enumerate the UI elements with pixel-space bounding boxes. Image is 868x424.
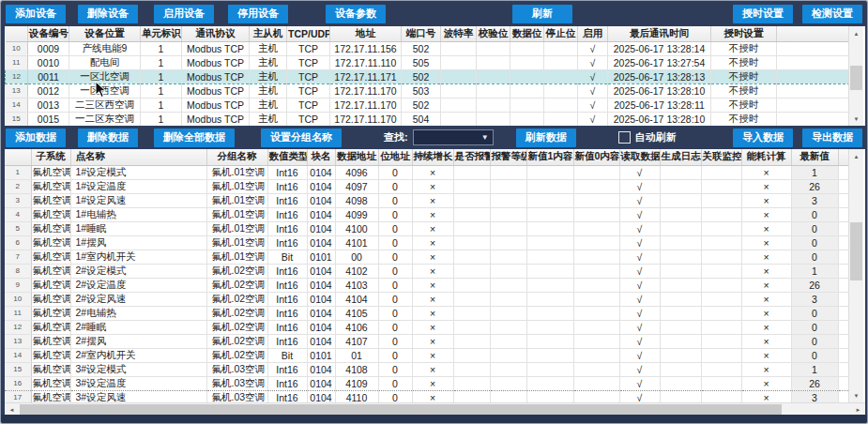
row-number[interactable]: 8 [5,264,31,278]
row-number[interactable]: 14 [5,348,31,362]
export-data-button[interactable]: 导出数据 [802,129,862,147]
col-device-location[interactable]: 设备位置 [69,26,141,41]
point-row[interactable]: 8 氟机空调 2#设定模式 氟机.02空调 Int16 0104 4102 0 … [5,264,851,278]
row-number[interactable]: 9 [5,278,31,292]
row-number[interactable]: 1 [5,165,31,179]
point-row[interactable]: 9 氟机空调 2#设定温度 氟机.02空调 Int16 0104 4103 0 … [5,278,851,292]
point-row[interactable]: 12 氟机空调 2#睡眠 氟机.02空调 Int16 0104 4106 0 × [5,320,851,334]
point-table-vscroll[interactable]: ▲ ▼ [848,149,863,402]
point-row[interactable]: 4 氟机空调 1#电辅热 氟机.01空调 Int16 0104 4099 0 × [5,207,851,221]
col-gen-log[interactable]: 生成日志 [660,149,701,165]
col-last-comm-time[interactable]: 最后通讯时间 [608,26,711,41]
col-data-bits[interactable]: 数据位 [510,26,544,41]
col-enabled[interactable]: 启用 [578,26,608,41]
col-group-name[interactable]: 分组名称 [206,149,267,165]
device-row[interactable]: 12 0011 一区北空调 1 Modbus TCP 主机 TCP 172.17… [6,69,851,83]
delete-all-data-button[interactable]: 删除全部数据 [154,129,235,147]
col-new-value0[interactable]: 新值0内容 [573,149,619,165]
delete-device-button[interactable]: 删除设备 [78,5,138,23]
row-number[interactable]: 11 [6,55,28,69]
row-number[interactable]: 14 [6,98,28,112]
row-number[interactable]: 10 [5,292,31,306]
row-number[interactable]: 6 [5,235,31,250]
device-row[interactable]: 14 0013 二三区西空调 1 Modbus TCP 主机 TCP 172.1… [6,98,851,112]
timing-settings-button[interactable]: 授时设置 [733,5,793,23]
col-continuous-growth[interactable]: 持续增长 [412,149,453,165]
col-is-alarm[interactable]: 是否报警 [453,149,490,165]
col-unit-id[interactable]: 单元标识 [141,26,182,41]
detection-settings-button[interactable]: 检测设置 [802,5,862,23]
point-row[interactable]: 15 氟机空调 3#设定模式 氟机.03空调 Int16 0104 4108 0… [5,362,851,376]
device-row[interactable]: 11 0010 配电间 1 Modbus TCP 主机 TCP 172.17.1… [6,55,851,69]
device-row[interactable]: 13 0012 一区西空调 1 Modbus TCP 主机 TCP 172.17… [6,83,851,98]
point-row[interactable]: 1 氟机空调 1#设定模式 氟机.01空调 Int16 0104 4096 0 … [5,165,851,179]
scroll-down-icon[interactable]: ▼ [849,112,863,126]
point-row[interactable]: 13 氟机空调 2#摆风 氟机.02空调 Int16 0104 4107 0 × [5,334,851,348]
col-parity[interactable]: 校验位 [477,26,510,41]
row-number[interactable]: 11 [5,306,31,320]
scroll-up-icon[interactable]: ▲ [849,149,863,163]
row-number[interactable]: 3 [5,193,31,207]
row-number[interactable]: 2 [5,179,31,193]
add-data-button[interactable]: 添加数据 [6,129,66,147]
checkbox-icon[interactable] [618,131,631,144]
find-combo[interactable]: ▼ [413,129,494,145]
device-table-vscroll[interactable]: ▲ ▼ [848,26,863,126]
row-number[interactable]: 4 [5,207,31,221]
row-number[interactable]: 15 [6,112,28,126]
col-stop-bits[interactable]: 停止位 [544,26,578,41]
row-number[interactable]: 15 [5,362,31,376]
enable-device-button[interactable]: 启用设备 [154,5,214,23]
auto-refresh-checkbox[interactable]: 自动刷新 [618,130,677,144]
point-row[interactable]: 10 氟机空调 2#设定风速 氟机.02空调 Int16 0104 4104 0… [5,292,851,306]
refresh-data-button[interactable]: 刷新数据 [516,129,576,147]
col-port[interactable]: 端口号 [402,26,441,41]
col-protocol[interactable]: 通讯协议 [182,26,250,41]
col-device-no[interactable]: 设备编号 [28,26,69,41]
disable-device-button[interactable]: 停用设备 [228,5,288,23]
col-value-type[interactable]: 数值类型 [267,149,307,165]
point-row[interactable]: 7 氟机空调 1#室内机开关 氟机.01空调 Bit 0101 00 0 × √ [5,250,851,264]
point-row[interactable]: 3 氟机空调 1#设定风速 氟机.01空调 Int16 0104 4098 0 … [5,193,851,207]
delete-data-button[interactable]: 删除数据 [78,129,138,147]
point-row[interactable]: 17 氟机空调 3#设定风速 氟机.03空调 Int16 0104 4110 0… [5,390,851,402]
point-row[interactable]: 5 氟机空调 1#睡眠 氟机.01空调 Int16 0104 4100 0 × [5,221,851,235]
device-row[interactable]: 10 0009 产线电能9 1 Modbus TCP 主机 TCP 172.17… [6,41,851,55]
device-scroll-thumb[interactable] [850,66,862,90]
point-row[interactable]: 2 氟机空调 1#设定温度 氟机.01空调 Int16 0104 4097 0 … [5,179,851,193]
device-row[interactable]: 15 0015 一二区东空调 1 Modbus TCP 主机 TCP 172.1… [6,112,851,126]
scroll-up-icon[interactable]: ▲ [849,26,863,40]
col-address[interactable]: 地址 [330,26,402,41]
row-number[interactable]: 5 [5,221,31,235]
point-row[interactable]: 6 氟机空调 1#摆风 氟机.01空调 Int16 0104 4101 0 × [5,235,851,250]
row-number[interactable]: 10 [6,41,28,55]
col-linked-monitor[interactable]: 关联监控 [701,149,741,165]
point-row[interactable]: 14 氟机空调 2#室内机开关 氟机.02空调 Bit 0101 01 0 × [5,348,851,362]
row-number[interactable]: 17 [5,390,31,402]
point-row[interactable]: 11 氟机空调 2#电辅热 氟机.02空调 Int16 0104 4105 0 … [5,306,851,320]
row-number[interactable]: 12 [6,69,28,83]
row-number[interactable]: 16 [5,376,31,390]
col-point-name[interactable]: 点名称 [70,149,206,165]
col-latest-value[interactable]: 最新值 [791,149,838,165]
import-data-button[interactable]: 导入数据 [733,129,793,147]
col-subsystem[interactable]: 子系统 [31,149,70,165]
point-scroll-thumb[interactable] [850,222,862,280]
col-timing[interactable]: 授时设置 [711,26,777,41]
point-row[interactable]: 16 氟机空调 3#设定温度 氟机.03空调 Int16 0104 4109 0… [5,376,851,390]
col-bit-address[interactable]: 位地址 [378,149,412,165]
scroll-down-icon[interactable]: ▼ [849,388,863,402]
col-alarm-level[interactable]: 报警等级 [490,149,526,165]
col-read-data[interactable]: 读取数据 [619,149,660,165]
col-energy-calc[interactable]: 能耗计算 [741,149,791,165]
row-number[interactable]: 7 [5,250,31,264]
device-params-button[interactable]: 设备参数 [326,5,386,23]
col-baud-rate[interactable]: 波特率 [441,26,477,41]
refresh-devices-button[interactable]: 刷新 [512,5,572,23]
add-device-button[interactable]: 添加设备 [6,5,66,23]
col-new-value1[interactable]: 新值1内容 [526,149,573,165]
row-number[interactable]: 13 [6,83,28,98]
col-data-address[interactable]: 数据地址 [335,149,378,165]
row-number[interactable]: 13 [5,334,31,348]
col-block-name[interactable]: 块名 [307,149,335,165]
